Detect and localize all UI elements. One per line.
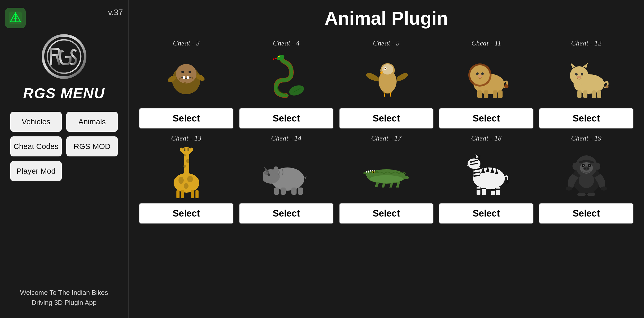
animal-card-cheat3: Cheat - 3 — [139, 39, 234, 129]
svg-point-11 — [181, 71, 184, 73]
animal-card-cheat5: Cheat - 5 — [339, 39, 434, 129]
animals-button[interactable]: Animals — [66, 112, 118, 132]
svg-point-57 — [178, 177, 184, 184]
page-title: Animal Plugin — [139, 8, 634, 29]
svg-line-30 — [390, 92, 391, 97]
svg-rect-61 — [181, 190, 184, 198]
svg-point-110 — [595, 163, 600, 170]
select-btn-cheat3[interactable]: Select — [139, 108, 234, 129]
svg-point-82 — [370, 175, 403, 183]
cheat-codes-button[interactable]: Cheat Codes — [10, 136, 62, 156]
cheat-label-17: Cheat - 17 — [371, 134, 401, 142]
animal-card-cheat12: Cheat - 12 — [539, 39, 634, 129]
vehicles-button[interactable]: Vehicles — [10, 112, 62, 132]
svg-rect-33 — [484, 90, 488, 98]
svg-point-25 — [382, 64, 393, 74]
animal-img-17 — [339, 144, 434, 201]
player-mod-button[interactable]: Player Mod — [10, 161, 62, 181]
svg-rect-43 — [577, 90, 582, 98]
svg-rect-87 — [496, 187, 500, 195]
select-btn-cheat18[interactable]: Select — [439, 203, 534, 224]
cheat-label-11: Cheat - 11 — [471, 39, 501, 47]
svg-point-15 — [179, 78, 181, 80]
version-text: v.37 — [108, 8, 123, 17]
animal-img-13 — [139, 144, 234, 201]
cheat-label-3: Cheat - 3 — [173, 39, 200, 47]
svg-rect-89 — [482, 188, 486, 189]
svg-rect-66 — [187, 147, 189, 151]
animal-img-12 — [539, 49, 634, 106]
animal-img-14 — [239, 144, 334, 201]
animal-img-5 — [339, 49, 434, 106]
select-btn-cheat12[interactable]: Select — [539, 108, 634, 129]
svg-point-97 — [566, 186, 572, 191]
sidebar-header: v.37 — [5, 8, 123, 28]
svg-point-59 — [184, 183, 189, 189]
cheat-label-18: Cheat - 18 — [471, 134, 502, 142]
animal-card-cheat19: Cheat - 19 — [539, 134, 634, 224]
svg-point-17 — [184, 82, 186, 83]
svg-rect-45 — [592, 90, 596, 98]
menu-title: RGS MENU — [23, 85, 105, 101]
select-btn-cheat19[interactable]: Select — [539, 203, 634, 224]
svg-point-67 — [184, 149, 185, 151]
app-icon-svg — [9, 12, 22, 24]
svg-rect-44 — [583, 90, 587, 98]
svg-point-81 — [373, 172, 374, 173]
svg-point-51 — [605, 85, 609, 88]
svg-rect-63 — [195, 190, 199, 198]
svg-point-48 — [575, 73, 578, 76]
rgs-mod-button[interactable]: RGS MOD — [66, 136, 118, 156]
svg-point-107 — [584, 167, 586, 170]
select-btn-cheat4[interactable]: Select — [239, 108, 334, 129]
svg-point-49 — [581, 73, 583, 76]
animal-card-cheat14: Cheat - 14 — [239, 134, 334, 224]
select-btn-cheat5[interactable]: Select — [339, 108, 434, 129]
cheat-label-19: Cheat - 19 — [571, 134, 601, 142]
select-btn-cheat11[interactable]: Select — [439, 108, 534, 129]
svg-rect-86 — [491, 187, 495, 195]
animal-img-11 — [439, 49, 534, 106]
svg-point-54 — [186, 159, 189, 163]
svg-point-94 — [470, 161, 472, 163]
cheat-label-4: Cheat - 4 — [273, 39, 300, 47]
svg-rect-62 — [191, 190, 194, 198]
svg-rect-35 — [498, 90, 503, 98]
svg-point-38 — [476, 72, 479, 75]
sidebar: v.37 — [0, 0, 129, 318]
select-btn-cheat14[interactable]: Select — [239, 203, 334, 224]
svg-rect-74 — [274, 188, 279, 195]
svg-rect-14 — [187, 76, 189, 79]
svg-rect-91 — [496, 189, 500, 190]
select-btn-cheat17[interactable]: Select — [339, 203, 434, 224]
welcome-text: Welcome To The Indian Bikes Driving 3D P… — [0, 288, 128, 308]
svg-point-58 — [187, 176, 193, 182]
rgs-logo — [36, 33, 92, 80]
player-mod-row: Player Mod — [5, 161, 123, 181]
svg-point-113 — [577, 193, 586, 196]
svg-rect-46 — [597, 90, 601, 98]
svg-point-20 — [279, 56, 280, 57]
svg-point-41 — [504, 84, 508, 88]
svg-point-40 — [478, 75, 482, 78]
svg-point-95 — [467, 165, 469, 166]
svg-rect-90 — [491, 189, 495, 191]
svg-point-78 — [273, 166, 279, 174]
animal-img-4 — [239, 49, 334, 106]
svg-point-55 — [183, 165, 186, 168]
animals-grid: Cheat - 3 — [139, 39, 634, 224]
nav-buttons: Vehicles Animals Cheat Codes RGS MOD — [5, 112, 123, 156]
animal-img-19 — [539, 144, 634, 201]
app-icon — [5, 8, 26, 28]
svg-rect-32 — [477, 90, 482, 98]
animal-img-18 — [439, 144, 534, 201]
cheat-label-13: Cheat - 13 — [171, 134, 201, 142]
svg-rect-88 — [477, 189, 480, 190]
svg-rect-85 — [482, 187, 486, 195]
main-content: Animal Plugin Cheat - 3 — [129, 0, 644, 318]
cheat-label-14: Cheat - 14 — [271, 134, 301, 142]
select-btn-cheat13[interactable]: Select — [139, 203, 234, 224]
svg-point-16 — [192, 77, 193, 79]
svg-point-47 — [570, 66, 588, 85]
svg-rect-75 — [281, 188, 286, 195]
